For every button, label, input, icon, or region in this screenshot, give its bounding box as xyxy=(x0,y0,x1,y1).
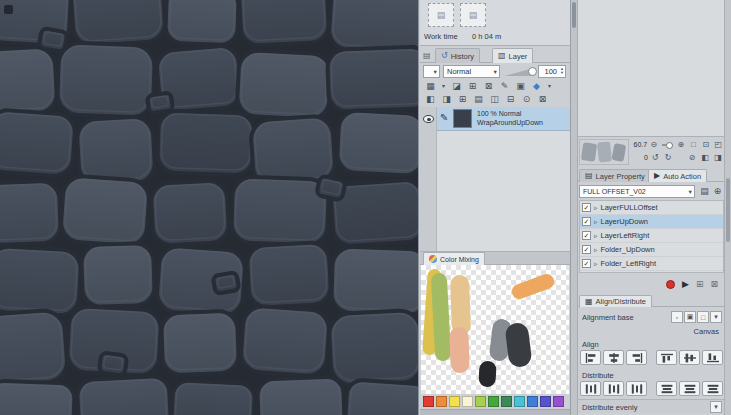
color-swatch[interactable] xyxy=(423,396,434,407)
expand-chevron-icon[interactable]: ▹ xyxy=(594,204,598,212)
layer-row[interactable]: ✎ 100 % Normal WrapAroundUpDown xyxy=(437,107,570,131)
alignment-base-dropdown[interactable]: ▾ xyxy=(710,311,722,323)
action-checkbox[interactable]: ✓ xyxy=(582,259,591,268)
auto-action-row[interactable]: ✓▹Folder_LeftRight xyxy=(580,257,723,271)
eye-icon[interactable] xyxy=(423,115,434,123)
layer-color-icon[interactable]: ◆ xyxy=(530,80,543,93)
color-swatch[interactable] xyxy=(488,396,499,407)
flip-horizontal-icon[interactable]: ◧ xyxy=(699,152,711,164)
opacity-spinner[interactable]: ▲▼ xyxy=(560,67,564,76)
fit-to-screen-icon[interactable]: □ xyxy=(688,139,699,151)
color-swatch[interactable] xyxy=(475,396,486,407)
tab-align-distribute[interactable]: ▦ Align/Distribute xyxy=(579,295,652,307)
zoom-slider[interactable] xyxy=(662,144,673,146)
merge-down-icon[interactable]: ◨ xyxy=(440,93,453,106)
distribute-evenly-dropdown[interactable]: ▾ xyxy=(710,401,722,413)
layer-thumbnail[interactable] xyxy=(453,109,472,128)
action-checkbox[interactable]: ✓ xyxy=(582,217,591,226)
tab-layer[interactable]: ▧ Layer xyxy=(492,48,533,63)
zoom-out-icon[interactable]: ⊖ xyxy=(648,139,659,151)
reset-rotation-icon[interactable]: ⊘ xyxy=(686,152,698,164)
reference-layer-icon[interactable]: ▣ xyxy=(514,80,527,93)
distribute-horizontal-center-button[interactable] xyxy=(603,381,624,396)
navigator-thumbnail[interactable] xyxy=(579,139,629,165)
material-item-1[interactable]: ▤ xyxy=(428,3,454,27)
color-mixing-area[interactable] xyxy=(421,265,569,394)
tab-layer-property[interactable]: ▤ Layer Property xyxy=(579,169,651,182)
scrollbar-thumb[interactable] xyxy=(726,178,730,242)
material-item-2[interactable]: ▤ xyxy=(460,3,486,27)
add-auto-action-icon[interactable]: ⊕ xyxy=(711,185,724,198)
actual-size-icon[interactable]: ⊡ xyxy=(700,139,711,151)
chevron-down-icon[interactable]: ▾ xyxy=(440,80,447,93)
tab-color-mixing[interactable]: Color Mixing xyxy=(423,252,485,265)
canvas-view[interactable] xyxy=(0,0,419,415)
draft-layer-icon[interactable]: ✎ xyxy=(498,80,511,93)
zoom-value[interactable]: 60.7 xyxy=(631,141,647,148)
palette-option-icon[interactable]: ▦ xyxy=(424,80,437,93)
brush-combine-dropdown[interactable]: ▼ xyxy=(423,65,440,78)
align-top-button[interactable] xyxy=(656,350,677,365)
distribute-vertical-center-button[interactable] xyxy=(679,381,700,396)
rotation-value[interactable]: 0 xyxy=(631,154,648,161)
new-layer-folder-icon[interactable]: ▤ xyxy=(472,93,485,106)
auto-action-row[interactable]: ✓▹LayerLeftRight xyxy=(580,229,723,243)
color-swatch[interactable] xyxy=(540,396,551,407)
action-set-select[interactable]: FULL OFFSET_V02 ▼ xyxy=(579,185,695,198)
new-mask-icon[interactable]: ◫ xyxy=(488,93,501,106)
alignment-base-selection-icon[interactable]: ▫ xyxy=(671,311,683,323)
color-mixing-scrollbar[interactable] xyxy=(420,409,570,415)
expand-chevron-icon[interactable]: ▹ xyxy=(594,246,598,254)
new-raster-layer-icon[interactable]: ⊞ xyxy=(456,93,469,106)
flip-vertical-icon[interactable]: ◨ xyxy=(712,152,724,164)
expand-chevron-icon[interactable]: ▹ xyxy=(594,260,598,268)
color-swatch[interactable] xyxy=(436,396,447,407)
color-swatch[interactable] xyxy=(462,396,473,407)
color-swatch[interactable] xyxy=(449,396,460,407)
align-horizontal-center-button[interactable] xyxy=(603,350,624,365)
scrollbar-thumb[interactable] xyxy=(572,2,576,28)
color-swatch[interactable] xyxy=(527,396,538,407)
palette-menu-icon[interactable]: ▤ xyxy=(423,51,431,60)
auto-action-row[interactable]: ✓▹LayerFULLOffset xyxy=(580,201,723,215)
expand-chevron-icon[interactable]: ▹ xyxy=(594,218,598,226)
transfer-icon[interactable]: ◧ xyxy=(424,93,437,106)
chevron-down-icon[interactable]: ▾ xyxy=(546,80,553,93)
record-action-button[interactable] xyxy=(666,280,675,289)
delete-layer-icon[interactable]: ⊠ xyxy=(536,93,549,106)
align-vertical-center-button[interactable] xyxy=(679,350,700,365)
opacity-slider-knob[interactable] xyxy=(528,67,537,76)
play-action-button[interactable]: ▶ xyxy=(682,280,689,289)
distribute-right-button[interactable] xyxy=(626,381,647,396)
canvas-texture[interactable] xyxy=(0,0,419,415)
zoom-area-icon[interactable]: ◰ xyxy=(713,139,724,151)
blend-mode-select[interactable]: Normal ▼ xyxy=(443,65,500,78)
alignment-base-layer-icon[interactable]: □ xyxy=(697,311,709,323)
lock-layer-icon[interactable]: ⊞ xyxy=(466,80,479,93)
align-left-button[interactable] xyxy=(580,350,601,365)
delete-action-button[interactable]: ⊠ xyxy=(710,280,718,289)
color-swatch[interactable] xyxy=(514,396,525,407)
align-bottom-button[interactable] xyxy=(702,350,723,365)
clip-to-layer-icon[interactable]: ◪ xyxy=(450,80,463,93)
add-action-button[interactable]: ⊞ xyxy=(696,280,704,289)
distribute-left-button[interactable] xyxy=(580,381,601,396)
panel-scrollbar[interactable] xyxy=(570,0,578,415)
layer-settings-icon[interactable]: ⊙ xyxy=(520,93,533,106)
zoom-in-icon[interactable]: ⊕ xyxy=(675,139,686,151)
tab-history[interactable]: ↺ History xyxy=(435,48,480,63)
action-checkbox[interactable]: ✓ xyxy=(582,245,591,254)
color-swatch[interactable] xyxy=(501,396,512,407)
distribute-top-button[interactable] xyxy=(656,381,677,396)
expand-chevron-icon[interactable]: ▹ xyxy=(594,232,598,240)
lock-transparency-icon[interactable]: ⊠ xyxy=(482,80,495,93)
rotate-left-icon[interactable]: ↺ xyxy=(649,152,661,164)
opacity-value-field[interactable]: 100 ▲▼ xyxy=(538,65,566,78)
action-checkbox[interactable]: ✓ xyxy=(582,203,591,212)
distribute-bottom-button[interactable] xyxy=(702,381,723,396)
auto-action-row[interactable]: ✓▹Folder_UpDown xyxy=(580,243,723,257)
color-swatch[interactable] xyxy=(553,396,564,407)
apply-mask-icon[interactable]: ⊟ xyxy=(504,93,517,106)
auto-action-menu-icon[interactable]: ▤ xyxy=(698,185,711,198)
opacity-slider[interactable] xyxy=(504,68,534,76)
